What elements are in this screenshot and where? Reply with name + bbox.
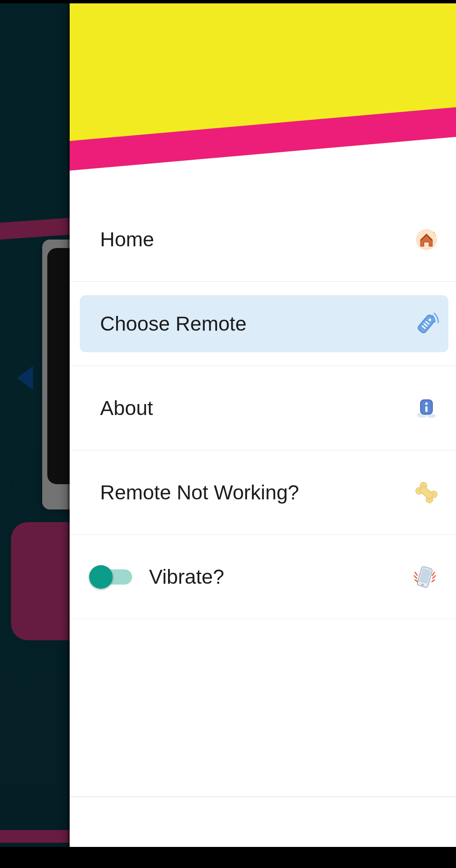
- drawer-header: [70, 3, 456, 197]
- svg-point-1: [433, 232, 435, 234]
- vibrate-phone-icon: [410, 563, 439, 591]
- info-icon: [414, 396, 439, 421]
- menu-item-choose-remote[interactable]: Choose Remote: [70, 282, 456, 366]
- drawer-bottom-divider: [70, 796, 456, 847]
- svg-rect-12: [426, 406, 428, 412]
- home-icon: [414, 227, 439, 252]
- vibrate-label: Vibrate?: [149, 565, 394, 588]
- menu-item-remote-not-working[interactable]: Remote Not Working?: [70, 450, 456, 535]
- toggle-knob: [89, 565, 113, 589]
- drawer-menu-list: Home Choose Remote: [70, 197, 456, 847]
- menu-item-label: Choose Remote: [100, 312, 247, 335]
- app-screen: Yo Home: [0, 3, 456, 847]
- vibrate-toggle[interactable]: [90, 566, 132, 588]
- letterbox-bottom: [0, 847, 456, 868]
- menu-item-label: About: [100, 396, 153, 420]
- menu-item-about[interactable]: About: [70, 366, 456, 450]
- svg-point-2: [435, 235, 436, 236]
- remote-icon: [414, 311, 439, 337]
- menu-item-home[interactable]: Home: [70, 197, 456, 282]
- bone-icon: [414, 480, 439, 505]
- nav-drawer: Home Choose Remote: [70, 3, 456, 847]
- menu-item-vibrate: Vibrate?: [70, 535, 456, 619]
- menu-item-label: Home: [100, 228, 154, 251]
- letterbox-top: [0, 0, 456, 3]
- menu-item-label: Remote Not Working?: [100, 481, 299, 504]
- svg-point-11: [425, 402, 428, 405]
